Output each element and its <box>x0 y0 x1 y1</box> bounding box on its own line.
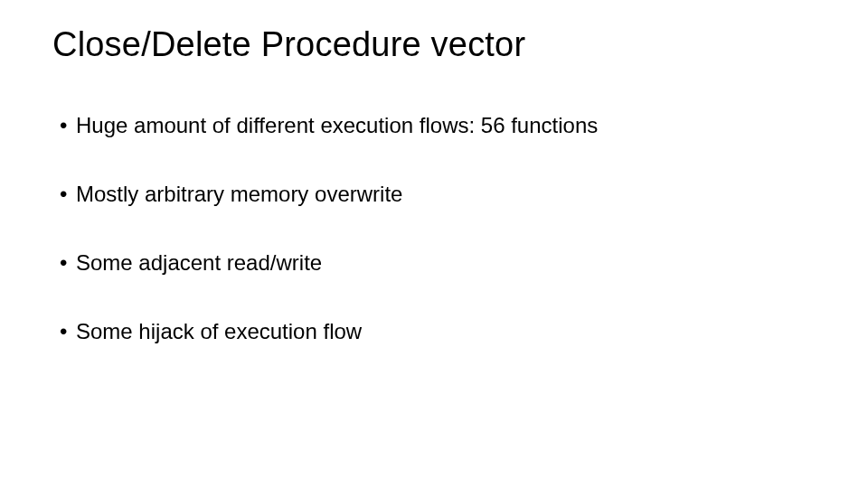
list-item: Some adjacent read/write <box>60 249 816 277</box>
bullet-list: Huge amount of different execution flows… <box>52 112 816 345</box>
slide-title: Close/Delete Procedure vector <box>52 25 816 65</box>
list-item: Some hijack of execution flow <box>60 318 816 345</box>
list-item: Huge amount of different execution flows… <box>60 112 816 139</box>
list-item: Mostly arbitrary memory overwrite <box>60 181 816 208</box>
slide: Close/Delete Procedure vector Huge amoun… <box>0 0 868 488</box>
